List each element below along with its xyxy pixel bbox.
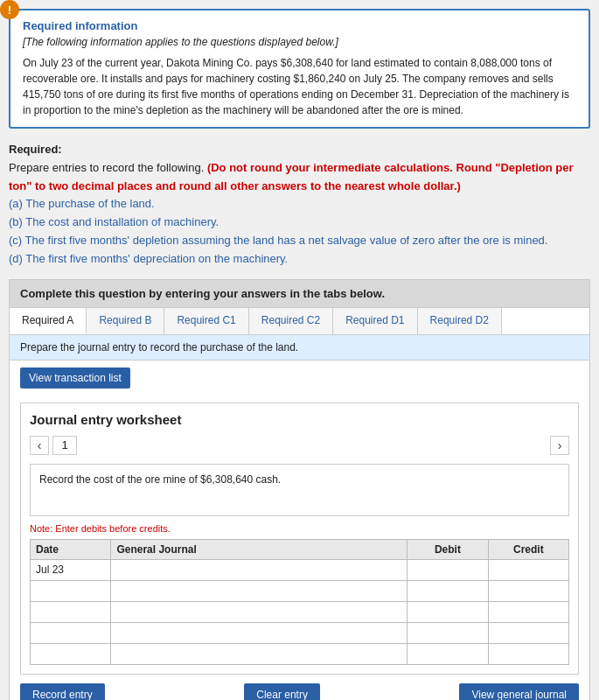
row3-debit[interactable] <box>407 601 488 622</box>
row4-debit[interactable] <box>407 622 488 643</box>
action-buttons-row: Record entry Clear entry View general jo… <box>20 683 579 700</box>
row4-journal-input[interactable] <box>116 626 401 639</box>
info-box-title: Required information <box>23 19 576 32</box>
row1-credit-input[interactable] <box>494 564 563 576</box>
row4-date <box>31 622 111 643</box>
row1-debit[interactable] <box>407 559 488 580</box>
row1-debit-input[interactable] <box>413 564 482 576</box>
page-number: 1 <box>52 436 77 455</box>
view-transaction-button[interactable]: View transaction list <box>20 368 130 388</box>
tab-required-b[interactable]: Required B <box>87 308 164 334</box>
required-item-a: (a) The purchase of the land. <box>9 195 590 214</box>
tab-info-bar: Prepare the journal entry to record the … <box>10 335 589 360</box>
row1-date: Jul 23 <box>31 559 111 580</box>
tab-required-c2[interactable]: Required C2 <box>249 308 333 334</box>
table-row: Jul 23 <box>31 559 569 580</box>
row5-date <box>31 643 111 664</box>
row3-debit-input[interactable] <box>413 606 482 618</box>
info-box-body: On July 23 of the current year, Dakota M… <box>23 55 576 118</box>
row2-journal-input[interactable] <box>116 584 401 597</box>
info-box-subtitle: [The following information applies to th… <box>23 36 576 48</box>
col-debit: Debit <box>407 539 488 559</box>
info-icon: ! <box>0 0 19 19</box>
row3-date <box>31 601 111 622</box>
required-item-c: (c) The first five months' depletion ass… <box>9 232 590 250</box>
next-page-button[interactable]: › <box>550 436 569 455</box>
row2-journal[interactable] <box>111 580 407 601</box>
info-box: ! Required information [The following in… <box>9 9 590 129</box>
row2-debit[interactable] <box>407 580 488 601</box>
required-label: Required: <box>9 141 590 159</box>
table-row <box>31 622 569 643</box>
row4-credit-input[interactable] <box>494 626 563 639</box>
row4-journal[interactable] <box>111 622 407 643</box>
row5-journal[interactable] <box>111 643 407 664</box>
journal-worksheet: Journal entry worksheet ‹ 1 › Record the… <box>20 402 579 675</box>
col-credit: Credit <box>488 539 568 559</box>
note-text: Note: Enter debits before credits. <box>30 523 569 534</box>
row4-credit[interactable] <box>488 622 568 643</box>
instruction-bar: Complete this question by entering your … <box>9 279 590 308</box>
row1-journal-input[interactable] <box>116 564 401 576</box>
tab-required-d2[interactable]: Required D2 <box>418 308 502 334</box>
record-entry-button[interactable]: Record entry <box>20 683 105 700</box>
row3-credit[interactable] <box>488 601 568 622</box>
row3-journal[interactable] <box>111 601 407 622</box>
tabs-row: Required A Required B Required C1 Requir… <box>10 308 589 335</box>
table-row <box>31 601 569 622</box>
tabs-container: Required A Required B Required C1 Requir… <box>9 308 590 700</box>
prev-page-button[interactable]: ‹ <box>30 436 49 455</box>
row2-credit-input[interactable] <box>494 584 563 597</box>
row4-debit-input[interactable] <box>413 626 482 639</box>
row1-journal[interactable] <box>111 559 407 580</box>
table-row <box>31 643 569 664</box>
col-journal: General Journal <box>111 539 407 559</box>
col-date: Date <box>31 539 111 559</box>
view-general-journal-button[interactable]: View general journal <box>459 683 579 700</box>
navigation-row: ‹ 1 › <box>30 436 569 455</box>
tab-required-c1[interactable]: Required C1 <box>164 308 248 334</box>
journal-worksheet-title: Journal entry worksheet <box>30 412 569 427</box>
required-item-b: (b) The cost and installation of machine… <box>9 214 590 232</box>
row3-credit-input[interactable] <box>494 606 563 618</box>
row5-journal-input[interactable] <box>116 648 401 660</box>
row2-debit-input[interactable] <box>413 584 482 597</box>
tab-required-a[interactable]: Required A <box>10 308 87 334</box>
row1-credit[interactable] <box>488 559 568 580</box>
row5-credit-input[interactable] <box>494 648 563 660</box>
required-instruction: Prepare entries to record the following.… <box>9 159 590 196</box>
row5-debit-input[interactable] <box>413 648 482 660</box>
required-section: Required: Prepare entries to record the … <box>9 141 590 269</box>
row2-credit[interactable] <box>488 580 568 601</box>
row5-credit[interactable] <box>488 643 568 664</box>
tab-required-d1[interactable]: Required D1 <box>333 308 417 334</box>
row5-debit[interactable] <box>407 643 488 664</box>
table-row <box>31 580 569 601</box>
required-item-d: (d) The first five months' depreciation … <box>9 250 590 269</box>
row2-date <box>31 580 111 601</box>
description-box: Record the cost of the ore mine of $6,30… <box>30 464 569 516</box>
row3-journal-input[interactable] <box>116 606 401 618</box>
journal-table: Date General Journal Debit Credit Jul 23 <box>30 539 569 665</box>
clear-entry-button[interactable]: Clear entry <box>244 683 320 700</box>
